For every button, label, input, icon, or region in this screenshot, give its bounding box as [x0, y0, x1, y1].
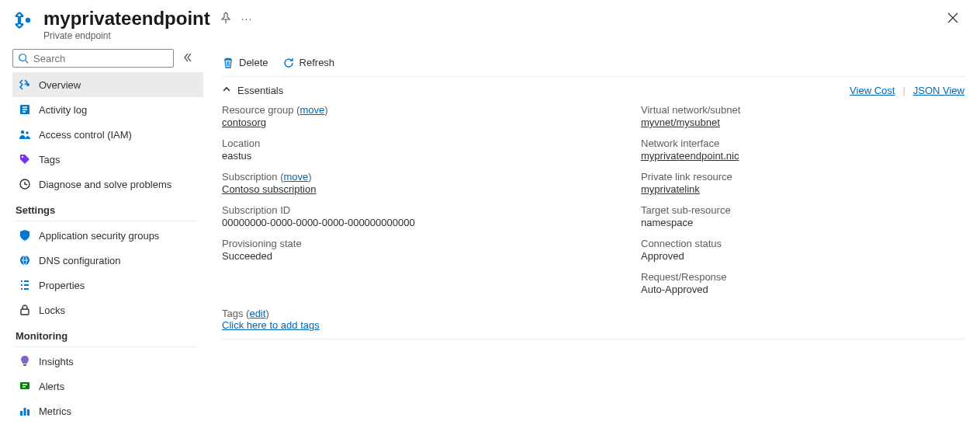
private-endpoint-icon — [12, 9, 34, 31]
sidebar-group-settings: Settings — [12, 197, 203, 219]
field-label: Private link resource — [641, 171, 967, 183]
svg-rect-12 — [20, 411, 23, 416]
divider — [16, 221, 197, 221]
metrics-icon — [19, 405, 31, 417]
more-icon[interactable]: ··· — [241, 12, 253, 25]
edit-tags-link[interactable]: edit — [249, 308, 265, 319]
tag-icon — [19, 153, 31, 165]
search-icon — [18, 53, 29, 64]
sidebar-item-label: Locks — [39, 305, 65, 316]
resource-group-link[interactable]: contosorg — [222, 117, 594, 128]
divider: | — [902, 85, 905, 96]
trash-icon — [222, 57, 234, 69]
svg-rect-14 — [27, 409, 29, 416]
subscription-link[interactable]: Contoso subscription — [222, 183, 594, 195]
field-value: Approved — [641, 250, 967, 262]
people-icon — [19, 128, 31, 141]
essentials-title: Essentials — [237, 85, 283, 96]
private-endpoint-icon — [19, 78, 31, 91]
field-label: Network interface — [641, 137, 967, 149]
svg-rect-9 — [21, 309, 29, 315]
svg-point-4 — [21, 131, 24, 134]
sidebar-item-activity-log[interactable]: Activity log — [12, 97, 203, 122]
toolbar: Delete Refresh — [222, 49, 964, 77]
sidebar-item-label: Overview — [39, 79, 81, 91]
dns-icon — [19, 254, 31, 266]
field-label: Connection status — [641, 238, 967, 249]
sidebar-item-label: Activity log — [39, 104, 87, 116]
shield-icon — [19, 229, 31, 242]
field-value: 00000000-0000-0000-0000-000000000000 — [222, 217, 594, 228]
svg-point-0 — [26, 18, 30, 23]
sidebar-item-properties[interactable]: Properties — [12, 273, 203, 298]
lock-icon — [19, 304, 31, 316]
field-value: namespace — [641, 217, 967, 228]
sidebar-item-asg[interactable]: Application security groups — [12, 223, 203, 248]
field-label: Location — [222, 137, 594, 149]
svg-point-6 — [22, 156, 23, 158]
essentials-right-column: Virtual network/subnet myvnet/mysubnet N… — [641, 104, 967, 295]
diagnose-icon — [19, 178, 31, 190]
json-view-link[interactable]: JSON View — [913, 85, 964, 96]
refresh-icon — [282, 57, 295, 69]
refresh-button[interactable]: Refresh — [282, 57, 335, 69]
button-label: Delete — [239, 57, 268, 68]
move-link[interactable]: move — [283, 171, 308, 183]
sidebar-item-alerts[interactable]: Alerts — [12, 374, 203, 398]
svg-rect-13 — [24, 408, 26, 416]
sidebar-item-label: Access control (IAM) — [39, 129, 132, 141]
tags-section: Tags (edit) Click here to add tags — [222, 308, 964, 339]
delete-button[interactable]: Delete — [222, 57, 268, 69]
sidebar-item-diagnose[interactable]: Diagnose and solve problems — [12, 172, 203, 197]
sidebar-item-locks[interactable]: Locks — [12, 298, 203, 322]
field-label: Resource group (move) — [222, 104, 594, 116]
move-link[interactable]: move — [300, 104, 324, 116]
field-label: Virtual network/subnet — [641, 104, 967, 116]
collapse-sidebar-icon[interactable] — [180, 50, 196, 68]
activity-log-icon — [19, 103, 31, 116]
insights-icon — [19, 355, 31, 367]
blade-header: myprivateendpoint ··· Private endpoint — [0, 0, 980, 46]
sidebar-item-dns[interactable]: DNS configuration — [12, 248, 203, 273]
button-label: Refresh — [300, 57, 335, 68]
sidebar-item-label: Insights — [39, 356, 74, 367]
pin-icon[interactable] — [220, 12, 232, 26]
field-label: Target sub-resource — [641, 204, 967, 216]
search-input[interactable] — [33, 53, 168, 64]
svg-point-2 — [26, 83, 29, 86]
sidebar-item-label: Properties — [39, 280, 85, 291]
private-link-resource-link[interactable]: myprivatelink — [641, 183, 967, 195]
page-subtitle: Private endpoint — [43, 30, 252, 41]
essentials-header[interactable]: Essentials View Cost | JSON View — [222, 85, 964, 96]
close-icon[interactable] — [941, 8, 964, 30]
field-label: Subscription (move) — [222, 171, 594, 183]
field-label: Request/Response — [641, 271, 967, 283]
sidebar-item-label: DNS configuration — [39, 255, 121, 266]
essentials-left-column: Resource group (move) contosorg Location… — [222, 104, 594, 295]
sidebar: Overview Activity log Access control (IA… — [0, 46, 203, 442]
sidebar-item-access-control[interactable]: Access control (IAM) — [12, 122, 203, 147]
sidebar-item-label: Metrics — [39, 405, 71, 417]
sidebar-item-label: Diagnose and solve problems — [39, 179, 171, 190]
sidebar-item-tags[interactable]: Tags — [12, 147, 203, 172]
page-title: myprivateendpoint — [43, 8, 210, 30]
sidebar-item-metrics[interactable]: Metrics — [12, 398, 203, 423]
main-content: Delete Refresh Essentials View Cost | JS… — [203, 46, 980, 442]
sidebar-item-overview[interactable]: Overview — [12, 72, 203, 97]
view-cost-link[interactable]: View Cost — [850, 85, 895, 96]
chevron-up-icon — [222, 85, 231, 96]
sidebar-item-label: Alerts — [39, 381, 64, 392]
svg-point-1 — [19, 54, 26, 61]
field-value: Auto-Approved — [641, 284, 967, 295]
field-label: Provisioning state — [222, 238, 594, 249]
field-value: eastus — [222, 150, 594, 162]
svg-rect-10 — [23, 364, 26, 366]
field-label: Subscription ID — [222, 204, 594, 216]
sidebar-item-label: Tags — [39, 154, 60, 165]
vnet-link[interactable]: myvnet/mysubnet — [641, 117, 967, 128]
sidebar-search[interactable] — [12, 49, 174, 68]
sidebar-item-insights[interactable]: Insights — [12, 349, 203, 374]
nic-link[interactable]: myprivateendpoint.nic — [641, 150, 967, 162]
add-tags-link[interactable]: Click here to add tags — [222, 319, 320, 331]
svg-point-5 — [26, 131, 29, 134]
